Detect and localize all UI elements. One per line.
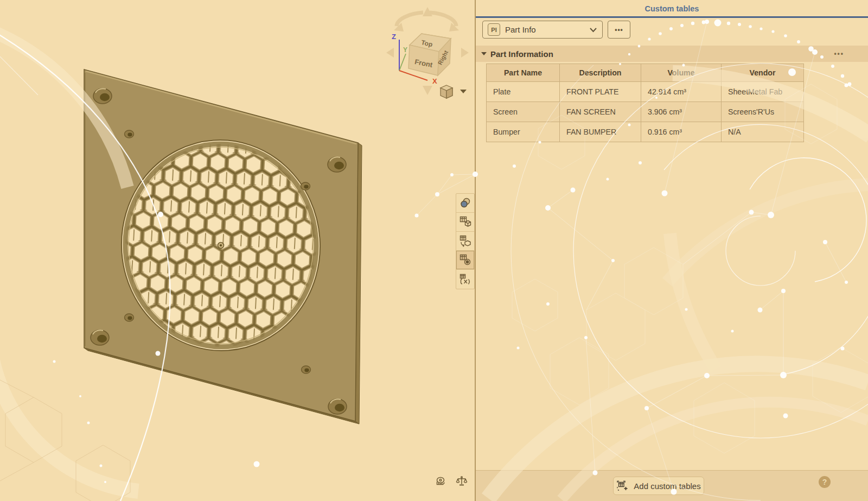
- toolbar-featurescript-table-button[interactable]: [456, 270, 474, 289]
- table-featurescript-icon: [459, 274, 471, 286]
- center-hole-bore: [220, 244, 222, 246]
- cell-part-name: Plate: [487, 82, 560, 102]
- appearance-icon: [459, 197, 471, 209]
- column-header: Description: [560, 64, 641, 82]
- add-custom-tables-button[interactable]: Add custom tables: [613, 477, 704, 495]
- panel-title-underline: [476, 16, 868, 18]
- panel-toolbar: [456, 193, 475, 289]
- table-more-button[interactable]: •••: [608, 21, 630, 39]
- cell-description: FRONT PLATE: [560, 82, 641, 102]
- cell-part-name: Bumper: [487, 122, 560, 142]
- viewport-3d[interactable]: Top Front Right Z Y X: [0, 0, 475, 501]
- cell-volume: 3.906 cm³: [641, 102, 722, 122]
- cell-vendor: Screens'R'Us: [722, 102, 804, 122]
- add-button-label: Add custom tables: [634, 481, 700, 491]
- toolbar-appearance-button[interactable]: [456, 194, 474, 213]
- mass-properties-icon[interactable]: [456, 475, 468, 487]
- toolbar-table-derive-button[interactable]: [456, 232, 474, 251]
- section-title: Part Information: [490, 49, 553, 59]
- toolbar-custom-tables-button[interactable]: [456, 251, 474, 270]
- axis-x-label: X: [432, 77, 437, 85]
- add-table-icon: [616, 480, 629, 492]
- axis-y-label: Y: [403, 46, 407, 54]
- view-options-button[interactable]: [437, 83, 469, 101]
- chevron-down-icon: [589, 27, 597, 33]
- axis-z-label: Z: [392, 33, 396, 41]
- column-header: Vendor: [722, 64, 804, 82]
- table-select-value: Part Info: [505, 25, 536, 34]
- cube-icon: [441, 85, 452, 98]
- panel-bottom-bar: Add custom tables ?: [476, 470, 868, 501]
- collapse-chevron-icon: [481, 52, 487, 55]
- table-select-dropdown[interactable]: PI Part Info: [482, 21, 603, 39]
- part-information-section-header[interactable]: Part Information •••: [476, 46, 868, 62]
- table-header-row: Part Name Description Volume Vendor: [487, 64, 804, 82]
- chevron-down-icon: [460, 90, 467, 93]
- column-header: Part Name: [487, 64, 560, 82]
- custom-table-icon: [459, 254, 471, 266]
- table-cube-icon: [459, 216, 471, 228]
- measure-icon[interactable]: [435, 475, 447, 487]
- table-row: Bumper FAN BUMPER 0.916 cm³ N/A: [487, 122, 804, 142]
- help-button[interactable]: ?: [819, 476, 831, 488]
- cell-part-name: Screen: [487, 102, 560, 122]
- table-row: Plate FRONT PLATE 42.914 cm³ SheetMetal …: [487, 82, 804, 102]
- cell-vendor: SheetMetal Fab: [722, 82, 804, 102]
- section-more-button[interactable]: •••: [834, 50, 844, 58]
- column-header: Volume: [641, 64, 722, 82]
- cell-vendor: N/A: [722, 122, 804, 142]
- viewport-tools: [435, 475, 468, 487]
- cell-description: FAN SCREEN: [560, 102, 641, 122]
- table-row: Screen FAN SCREEN 3.906 cm³ Screens'R'Us: [487, 102, 804, 122]
- toolbar-table-cube-button[interactable]: [456, 213, 474, 232]
- table-derive-icon: [459, 235, 471, 247]
- part-information-table: Part Name Description Volume Vendor Plat…: [486, 64, 804, 142]
- cell-volume: 0.916 cm³: [641, 122, 722, 142]
- cell-volume: 42.914 cm³: [641, 82, 722, 102]
- cell-description: FAN BUMPER: [560, 122, 641, 142]
- custom-tables-panel: Custom tables PI Part Info ••• Part Info…: [476, 0, 868, 501]
- panel-title: Custom tables: [476, 4, 868, 13]
- table-selector-row: PI Part Info •••: [482, 21, 630, 39]
- table-badge: PI: [488, 23, 500, 36]
